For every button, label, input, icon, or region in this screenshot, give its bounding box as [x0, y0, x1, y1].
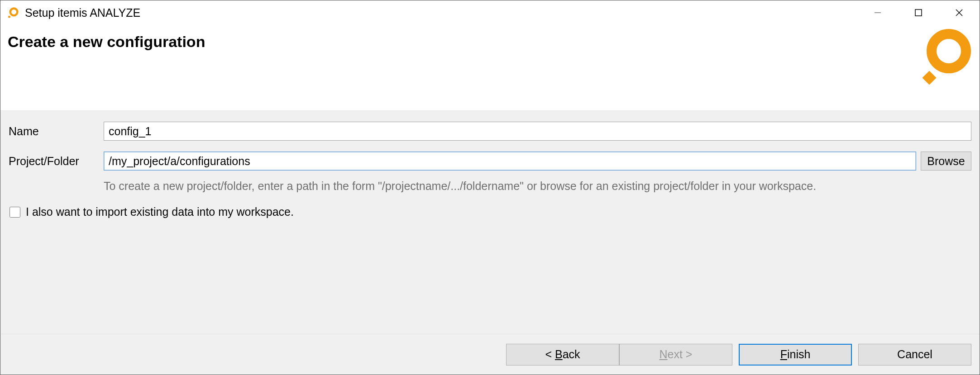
- page-title: Create a new configuration: [8, 33, 205, 51]
- app-icon: [7, 6, 19, 19]
- titlebar: Setup itemis ANALYZE: [0, 0, 980, 25]
- form-body: Name Project/Folder Browse To create a n…: [0, 111, 980, 334]
- dialog-window: Setup itemis ANALYZE Create a new config…: [0, 0, 980, 375]
- import-checkbox-label: I also want to import existing data into…: [26, 205, 294, 218]
- import-checkbox-row: I also want to import existing data into…: [9, 205, 971, 218]
- browse-button[interactable]: Browse: [921, 152, 971, 171]
- maximize-button[interactable]: [898, 0, 939, 25]
- minimize-button[interactable]: [857, 0, 898, 25]
- wizard-banner: Create a new configuration: [0, 25, 980, 111]
- name-row: Name: [9, 122, 971, 141]
- finish-button[interactable]: Finish: [739, 344, 852, 366]
- import-checkbox[interactable]: [10, 207, 20, 218]
- name-input[interactable]: [104, 122, 971, 141]
- svg-rect-3: [915, 9, 922, 16]
- next-button: Next >: [619, 344, 732, 366]
- folder-label: Project/Folder: [9, 155, 104, 168]
- cancel-button[interactable]: Cancel: [858, 344, 971, 366]
- product-logo-icon: [913, 28, 972, 86]
- window-title: Setup itemis ANALYZE: [25, 6, 140, 19]
- svg-point-0: [10, 9, 18, 16]
- name-label: Name: [9, 125, 104, 138]
- svg-point-6: [932, 34, 966, 68]
- folder-input[interactable]: [104, 152, 916, 171]
- svg-point-1: [8, 16, 10, 18]
- folder-help-text: To create a new project/folder, enter a …: [104, 180, 971, 193]
- svg-rect-7: [922, 71, 936, 85]
- wizard-footer: < Back Next > Finish Cancel: [0, 334, 980, 375]
- folder-row: Project/Folder Browse: [9, 152, 971, 171]
- back-button[interactable]: < Back: [506, 344, 619, 366]
- close-button[interactable]: [939, 0, 980, 25]
